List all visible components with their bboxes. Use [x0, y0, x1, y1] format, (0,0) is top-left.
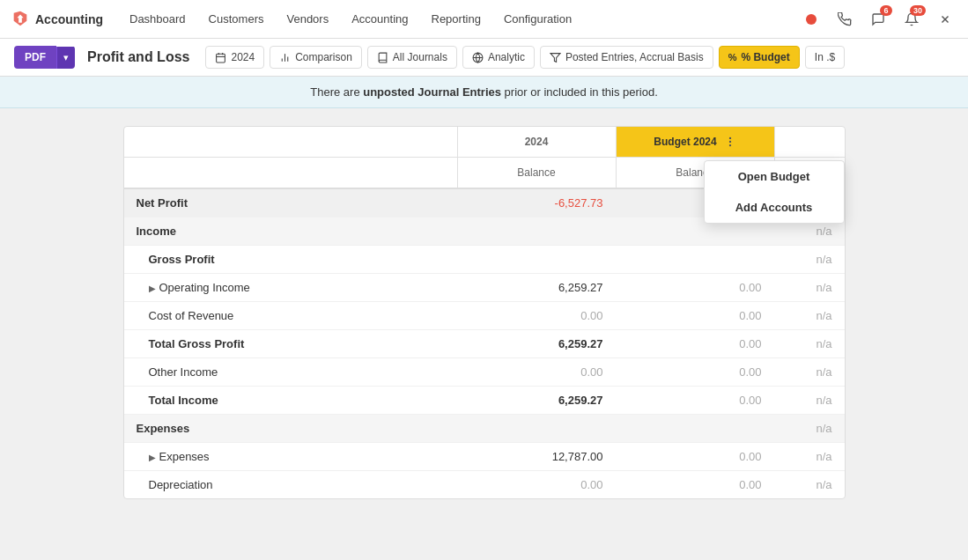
- pdf-dropdown-button[interactable]: ▾: [56, 47, 75, 69]
- expand-icon[interactable]: ▶: [149, 284, 156, 293]
- chart-bar-icon: [279, 52, 291, 63]
- row-value-budget: 0.00: [616, 358, 774, 386]
- main-content: 2024 Budget 2024 Open Budget Add Account…: [0, 108, 968, 517]
- row-value-2024: 6,259.27: [457, 387, 616, 414]
- col-header-budget: Budget 2024 Open Budget Add Accounts: [616, 127, 774, 157]
- app-name: Accounting: [35, 12, 103, 26]
- chat-icon-button[interactable]: 6: [866, 7, 890, 32]
- currency-filter-button[interactable]: In .$: [805, 46, 845, 69]
- expand-icon[interactable]: ▶: [149, 453, 156, 462]
- row-label: Total Gross Profit: [124, 330, 457, 357]
- open-budget-item[interactable]: Open Budget: [705, 161, 844, 192]
- posted-entries-filter-label: Posted Entries, Accrual Basis: [565, 51, 704, 63]
- add-accounts-item[interactable]: Add Accounts: [705, 192, 844, 223]
- nav-accounting[interactable]: Accounting: [341, 7, 418, 31]
- notification-icon-button[interactable]: 30: [899, 7, 924, 32]
- nav-configuration[interactable]: Configuration: [493, 7, 582, 31]
- app-logo-icon: [11, 10, 30, 29]
- row-value-2024: [457, 422, 616, 436]
- col-subheader-balance-2024: Balance: [457, 158, 616, 188]
- table-row: Total Gross Profit 6,259.27 0.00 n/a: [124, 330, 845, 358]
- svg-rect-2: [217, 54, 225, 63]
- row-value-pct: n/a: [774, 358, 845, 386]
- info-bar: There are unposted Journal Entries prior…: [0, 77, 968, 108]
- table-row: Total Income 6,259.27 0.00 n/a: [124, 387, 845, 415]
- row-value-2024: 12,787.00: [457, 443, 616, 470]
- row-value-budget: 0.00: [616, 387, 774, 414]
- table-row: ▶Expenses 12,787.00 0.00 n/a: [124, 443, 845, 471]
- row-value-pct: n/a: [774, 471, 845, 498]
- row-label: Gross Profit: [124, 246, 457, 273]
- phone-icon-button[interactable]: [832, 7, 857, 32]
- row-value-budget: 0.00: [616, 443, 774, 470]
- pdf-button[interactable]: PDF: [14, 46, 56, 69]
- row-label: Other Income: [124, 358, 457, 386]
- comparison-filter-label: Comparison: [295, 51, 352, 63]
- toolbar: PDF ▾ Profit and Loss 2024 Comparison Al…: [0, 39, 968, 77]
- row-value-2024: 0.00: [457, 302, 616, 329]
- nav-reporting[interactable]: Reporting: [421, 7, 491, 31]
- row-label: ▶Expenses: [124, 443, 457, 470]
- table-row: ▶Operating Income 6,259.27 0.00 n/a: [124, 274, 845, 302]
- row-value-2024: 0.00: [457, 358, 616, 386]
- notification-badge: 30: [910, 5, 926, 16]
- nav-customers[interactable]: Customers: [198, 7, 275, 31]
- year-filter-label: 2024: [231, 51, 255, 63]
- table-row: Other Income 0.00 0.00 n/a: [124, 358, 845, 387]
- col-header-2024: 2024: [457, 127, 616, 157]
- row-value-pct: n/a: [774, 415, 845, 442]
- row-value-2024: [457, 253, 616, 267]
- row-value-budget: [616, 422, 774, 436]
- phone-icon: [838, 12, 852, 26]
- budget-col-header-label: Budget 2024: [654, 136, 716, 148]
- row-label: ▶Operating Income: [124, 274, 457, 301]
- row-value-budget: 0.00: [616, 274, 774, 301]
- row-value-2024: 0.00: [457, 471, 616, 498]
- budget-filter-label: % Budget: [741, 51, 789, 63]
- close-icon: [939, 13, 951, 26]
- analytic-icon: [472, 52, 484, 63]
- budget-dropdown-menu: Open Budget Add Accounts: [704, 160, 845, 224]
- row-value-budget: 0.00: [616, 330, 774, 357]
- row-label: Depreciation: [124, 471, 457, 498]
- svg-point-13: [729, 141, 730, 142]
- row-value-pct: n/a: [774, 246, 845, 273]
- row-label: Income: [124, 217, 457, 245]
- row-value-budget: [616, 253, 774, 267]
- nav-dashboard[interactable]: Dashboard: [119, 7, 196, 31]
- top-navigation: Accounting Dashboard Customers Vendors A…: [0, 0, 968, 39]
- table-row: Expenses n/a: [124, 415, 845, 443]
- chat-badge: 6: [880, 5, 892, 16]
- budget-filter-button[interactable]: % % Budget: [719, 46, 800, 69]
- row-label: Total Income: [124, 387, 457, 414]
- percent-icon: %: [728, 52, 737, 63]
- app-logo[interactable]: Accounting: [11, 10, 110, 29]
- row-value-budget: 0.00: [616, 302, 774, 329]
- status-dot-icon: [806, 14, 817, 25]
- posted-entries-filter-button[interactable]: Posted Entries, Accrual Basis: [540, 46, 713, 69]
- info-bar-link[interactable]: unposted Journal Entries: [363, 85, 501, 99]
- calendar-icon: [215, 52, 226, 63]
- comparison-filter-button[interactable]: Comparison: [270, 46, 362, 69]
- journals-filter-button[interactable]: All Journals: [367, 46, 457, 69]
- table-row: Depreciation 0.00 0.00 n/a: [124, 471, 845, 498]
- report-container: 2024 Budget 2024 Open Budget Add Account…: [123, 126, 846, 499]
- svg-point-12: [729, 137, 730, 138]
- row-label: Net Profit: [124, 189, 457, 217]
- journals-filter-label: All Journals: [393, 51, 447, 63]
- nav-vendors[interactable]: Vendors: [276, 7, 339, 31]
- close-icon-button[interactable]: [933, 7, 957, 32]
- journal-icon: [377, 52, 388, 63]
- status-dot-button[interactable]: [799, 7, 824, 32]
- year-filter-button[interactable]: 2024: [205, 46, 264, 69]
- table-row: Gross Profit n/a: [124, 246, 845, 274]
- analytic-filter-button[interactable]: Analytic: [462, 46, 535, 69]
- row-value-2024: 6,259.27: [457, 330, 616, 357]
- svg-point-14: [729, 145, 730, 146]
- budget-col-menu-icon[interactable]: [724, 136, 736, 148]
- row-value-2024: 6,259.27: [457, 274, 616, 301]
- table-row: Cost of Revenue 0.00 0.00 n/a: [124, 302, 845, 330]
- row-value-2024: -6,527.73: [457, 189, 616, 217]
- row-value-pct: n/a: [774, 330, 845, 357]
- page-title: Profit and Loss: [87, 49, 189, 65]
